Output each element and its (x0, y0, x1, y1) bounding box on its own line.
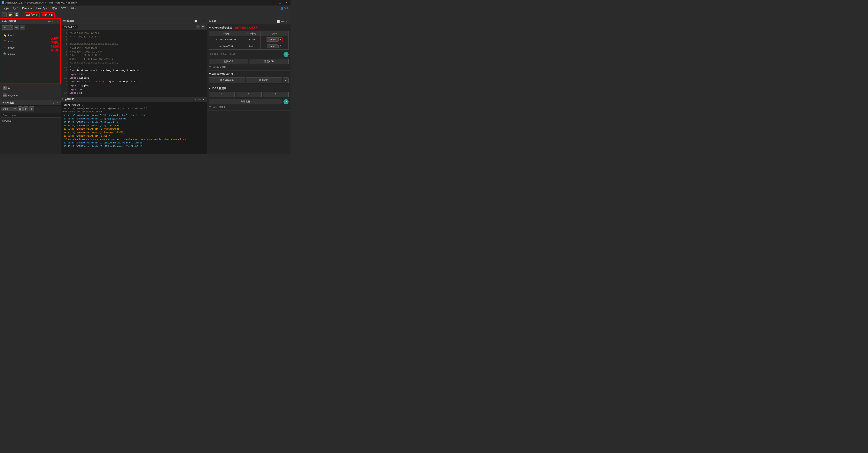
connect-button-2[interactable]: connect (267, 44, 279, 48)
log-line-6: [18:55:29][WARNING]<airtest> (0/1):total… (62, 124, 205, 128)
log-line-9: [18:55:29][WARNING]<airtest> (0)ADB = (62, 135, 205, 138)
search-window-button[interactable]: 搜索窗口 (246, 77, 282, 83)
menu-bar: 文件 运行 Firebase HeadSpin 选项 窗口 帮助 👤 登录 (0, 5, 290, 11)
bottom-item-keyevent[interactable]: ⌨ keyevent (1, 92, 59, 99)
helper-filter-select[interactable]: All (2, 25, 13, 30)
poco-toolbar: Stop 🔒 ⟳ ⚙ (0, 106, 61, 112)
menu-file[interactable]: 文件 (2, 6, 10, 11)
device-action-1: connect ▼ (260, 36, 288, 43)
toolbar: + 📂 💾 ⌨ 启动 停止 ⏹ (0, 11, 290, 18)
helper-toolbar: All 📷 ⟳ (0, 24, 60, 31)
device-panel-header: 设备窗 ⬜ — ✕ (207, 18, 290, 24)
poco-mode-select[interactable]: Stop (1, 107, 17, 111)
airtest-helper-minimize[interactable]: — (48, 20, 51, 23)
menu-window[interactable]: 窗口 (59, 6, 68, 11)
open-file-button[interactable]: 📂 (8, 12, 13, 17)
log-close[interactable]: ✕ (202, 98, 205, 101)
remote-ios-radio[interactable] (209, 106, 211, 109)
poco-minimize[interactable]: — (48, 101, 51, 105)
tab-menu-button[interactable]: ▼ (201, 25, 205, 29)
ios-collapse-icon[interactable] (209, 88, 211, 89)
log-line-1: [18:55:29][DEBUG]<airtest> [18:55:29][WA… (62, 107, 205, 111)
tab-close-icon[interactable]: ✕ (75, 26, 76, 28)
device-panel-minimize[interactable]: — (281, 20, 284, 23)
ios-btn-1[interactable]: 1 (209, 92, 235, 97)
log-minimize[interactable]: — (198, 98, 201, 101)
log-line-7: [18:55:29][WARNING]<airtest> (0)控制端(win3… (62, 128, 205, 131)
airtest-helper-maximize[interactable]: □ (52, 20, 55, 23)
poco-config-button[interactable]: ⚙ (29, 106, 34, 111)
script-editor-title: 脚本编辑窗 (62, 19, 74, 23)
stop-button[interactable]: 停止 ⏹ (41, 12, 55, 17)
poco-lock-button[interactable]: 🔒 (18, 106, 23, 111)
start-button[interactable]: ⌨ 启动 (25, 12, 39, 17)
maximize-button[interactable]: □ (277, 1, 283, 5)
script-editor: 脚本编辑窗 ⬜ — ✕ object.py ✕ + ▼ 1 (61, 18, 207, 96)
restart-adb-button[interactable]: 重启ADB (250, 59, 289, 64)
code-content[interactable]: #!/usr/bin/env python3 # -*- coding: utf… (68, 30, 207, 96)
save-file-button[interactable]: 💾 (14, 12, 19, 17)
android-collapse-icon[interactable] (209, 27, 211, 28)
main-layout: Airtest辅助窗 — □ ✕ All 📷 ⟳ 👆 touch (0, 18, 290, 154)
window-title: Airtest IDE v1.2.17 ~~ D:\SoftData\git\A… (5, 2, 76, 4)
menu-options[interactable]: 选项 (50, 6, 59, 11)
poco-close[interactable]: ✕ (56, 101, 59, 105)
ios-section: iOS设备连接 1 2 3 刷新设备 ? 远程iOS连接 (207, 85, 290, 111)
menu-firebase[interactable]: Firebase (20, 6, 34, 10)
select-game-button[interactable]: 选择游戏画面 (209, 77, 245, 83)
refresh-ios-button[interactable]: 刷新设备 (209, 99, 282, 105)
editor-minimize[interactable]: — (198, 20, 201, 23)
android-btn-row: 刷新ADB 重启ADB (209, 59, 288, 64)
add-tab-button[interactable]: + (196, 25, 200, 29)
connect-btn-row2: connect ▼ (267, 44, 282, 49)
editor-maximize-icon[interactable]: ⬜ (194, 20, 197, 23)
device-panel-close[interactable]: ✕ (285, 20, 288, 23)
close-button[interactable]: ✕ (283, 1, 289, 5)
editor-close[interactable]: ✕ (202, 20, 205, 23)
android-placeholder-row: 请先连接一台Android手机... ? (209, 51, 288, 58)
menu-login[interactable]: 👤 登录 (281, 7, 289, 10)
android-help-icon[interactable]: ? (283, 52, 288, 57)
editor-tab-object-py[interactable]: object.py ✕ (62, 25, 79, 29)
connect-dropdown-2[interactable]: ▼ (279, 44, 282, 48)
ios-help-icon[interactable]: ? (283, 99, 288, 104)
airtest-helper-close[interactable]: ✕ (56, 20, 59, 23)
device-serial-2: emulator-5554 (209, 43, 243, 50)
device-status-1: device (243, 36, 261, 43)
windows-grid-button[interactable]: ⊞ (283, 77, 288, 83)
helper-refresh-button[interactable]: ⟳ (20, 25, 25, 30)
ui-tree-item[interactable]: UI渲染树 (0, 118, 61, 124)
poco-search-input[interactable] (1, 113, 62, 118)
bottom-item-text[interactable]: T text (1, 85, 59, 92)
log-line-2: D:\GreenSoft\AirtestIDE\airtest (62, 110, 205, 114)
title-bar: A Airtest IDE v1.2.17 ~~ D:\SoftData\git… (0, 0, 290, 5)
poco-refresh-button[interactable]: ⟳ (23, 106, 28, 111)
helper-capture-button[interactable]: 📷 (14, 25, 19, 30)
ios-btn-3[interactable]: 3 (263, 92, 288, 97)
device-panel-controls: ⬜ — ✕ (276, 20, 288, 23)
log-scroll-top[interactable]: ⬆ (194, 98, 197, 101)
minimize-button[interactable]: — (271, 1, 276, 5)
menu-headspin[interactable]: HeadSpin (34, 6, 50, 10)
new-file-button[interactable]: + (2, 12, 7, 17)
menu-run[interactable]: 运行 (11, 6, 20, 11)
touch-icon: 👆 (3, 33, 7, 37)
menu-help[interactable]: 帮助 (69, 6, 78, 11)
windows-collapse-icon[interactable] (209, 74, 211, 75)
stop-icon (42, 14, 45, 16)
log-window: Log查看窗 ⬆ — ✕ [Start running..] [18:55:29… (61, 96, 207, 154)
app-icon: A (2, 1, 4, 4)
connect-dropdown-1[interactable]: ▼ (279, 38, 282, 41)
editor-tools: + ▼ (196, 25, 205, 29)
text-icon: T (3, 86, 7, 90)
center-panel: 脚本编辑窗 ⬜ — ✕ object.py ✕ + ▼ 1 (61, 18, 207, 154)
refresh-adb-button[interactable]: 刷新ADB (209, 59, 248, 64)
connect-button-1[interactable]: connect (267, 38, 279, 41)
device-panel-expand[interactable]: ⬜ (276, 20, 280, 23)
code-editor: 12345 678910 1112131415 1617 #!/usr/bin/… (61, 30, 207, 96)
poco-maximize[interactable]: □ (52, 101, 55, 105)
remote-adb-radio[interactable] (209, 66, 211, 68)
ios-btn-2[interactable]: 2 (236, 92, 261, 97)
log-header: Log查看窗 ⬆ — ✕ (61, 97, 207, 102)
stop-extra-icon: ⏹ (51, 13, 53, 16)
